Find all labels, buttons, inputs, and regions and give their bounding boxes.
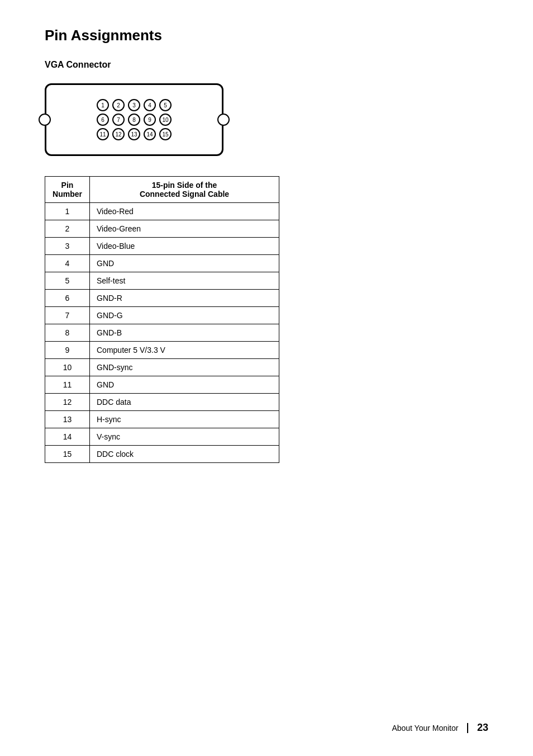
section-title: VGA Connector	[45, 60, 488, 70]
pin-number-cell: 9	[45, 342, 90, 359]
pin-row-1: 1 2 3 4 5	[97, 99, 172, 111]
pin-number-cell: 2	[45, 220, 90, 238]
pin-number-cell: 13	[45, 411, 90, 428]
table-row: 2Video-Green	[45, 220, 279, 238]
pin-14: 14	[144, 128, 156, 140]
connector-right-screw	[217, 114, 230, 126]
pin-assignments-table: PinNumber 15-pin Side of theConnected Si…	[45, 176, 279, 463]
pin-1: 1	[97, 99, 109, 111]
pin-signal-cell: GND	[90, 376, 279, 394]
pin-number-cell: 5	[45, 272, 90, 290]
pin-11: 11	[97, 128, 109, 140]
pin-9: 9	[144, 114, 156, 126]
pin-signal-cell: GND-G	[90, 307, 279, 324]
pin-number-cell: 11	[45, 376, 90, 394]
pin-number-cell: 4	[45, 255, 90, 272]
pin-4: 4	[144, 99, 156, 111]
pin-number-cell: 14	[45, 428, 90, 446]
table-row: 9Computer 5 V/3.3 V	[45, 342, 279, 359]
pin-number-cell: 12	[45, 394, 90, 411]
pin-7: 7	[112, 114, 125, 126]
pin-signal-cell: GND-R	[90, 290, 279, 307]
table-row: 8GND-B	[45, 324, 279, 342]
pin-10: 10	[159, 114, 172, 126]
table-row: 1Video-Red	[45, 203, 279, 220]
vga-connector-diagram: 1 2 3 4 5 6 7 8 9 10 11 12 13 14 15	[45, 83, 223, 156]
col-pin-number-header: PinNumber	[45, 177, 90, 203]
pin-signal-cell: GND-B	[90, 324, 279, 342]
pin-signal-cell: GND	[90, 255, 279, 272]
table-row: 11GND	[45, 376, 279, 394]
pin-number-cell: 1	[45, 203, 90, 220]
pin-13: 13	[128, 128, 140, 140]
table-row: 13H-sync	[45, 411, 279, 428]
pin-5: 5	[159, 99, 172, 111]
pin-signal-cell: Video-Green	[90, 220, 279, 238]
pin-number-cell: 8	[45, 324, 90, 342]
table-row: 12DDC data	[45, 394, 279, 411]
pin-row-3: 11 12 13 14 15	[97, 128, 172, 140]
page-title: Pin Assignments	[45, 27, 488, 44]
pin-signal-cell: V-sync	[90, 428, 279, 446]
pin-15: 15	[159, 128, 172, 140]
pin-signal-cell: GND-sync	[90, 359, 279, 376]
pin-number-cell: 10	[45, 359, 90, 376]
pin-6: 6	[97, 114, 109, 126]
pin-8: 8	[128, 114, 140, 126]
pin-number-cell: 7	[45, 307, 90, 324]
table-row: 6GND-R	[45, 290, 279, 307]
table-row: 10GND-sync	[45, 359, 279, 376]
connector-left-screw	[39, 114, 51, 126]
pin-signal-cell: Video-Red	[90, 203, 279, 220]
page-number: 23	[477, 722, 488, 734]
table-row: 15DDC clock	[45, 446, 279, 463]
pin-number-cell: 15	[45, 446, 90, 463]
pin-signal-cell: Video-Blue	[90, 238, 279, 255]
pin-number-cell: 6	[45, 290, 90, 307]
pin-row-2: 6 7 8 9 10	[97, 114, 172, 126]
pin-signal-cell: H-sync	[90, 411, 279, 428]
table-row: 4GND	[45, 255, 279, 272]
pin-12: 12	[112, 128, 125, 140]
page-footer: About Your Monitor 23	[392, 722, 488, 734]
pin-2: 2	[112, 99, 125, 111]
pin-3: 3	[128, 99, 140, 111]
footer-text: About Your Monitor	[392, 724, 458, 733]
pin-signal-cell: Computer 5 V/3.3 V	[90, 342, 279, 359]
pin-number-cell: 3	[45, 238, 90, 255]
pin-signal-cell: DDC clock	[90, 446, 279, 463]
table-row: 5Self-test	[45, 272, 279, 290]
table-row: 14V-sync	[45, 428, 279, 446]
table-row: 7GND-G	[45, 307, 279, 324]
table-row: 3Video-Blue	[45, 238, 279, 255]
pin-signal-cell: Self-test	[90, 272, 279, 290]
footer-divider	[467, 723, 468, 733]
col-signal-header: 15-pin Side of theConnected Signal Cable	[90, 177, 279, 203]
connector-pins: 1 2 3 4 5 6 7 8 9 10 11 12 13 14 15	[97, 99, 172, 140]
pin-signal-cell: DDC data	[90, 394, 279, 411]
